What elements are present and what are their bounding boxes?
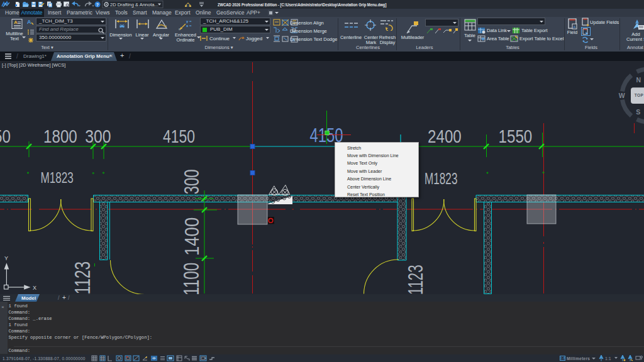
svg-text:2D Drafting & Annota...: 2D Drafting & Annota... (110, 2, 158, 8)
svg-text:o: o (179, 27, 180, 30)
svg-text:1400: 1400 (180, 217, 203, 256)
svg-text:1:1: 1:1 (605, 356, 611, 361)
svg-text:11123: 11123 (69, 261, 95, 294)
svg-text:Continue: Continue (209, 36, 230, 41)
svg-text:4150: 4150 (163, 126, 195, 146)
svg-text:M1823: M1823 (41, 169, 74, 186)
svg-text:11123: 11123 (404, 265, 427, 294)
svg-text:1100: 1100 (178, 263, 204, 294)
svg-text:1550: 1550 (499, 126, 533, 147)
svg-text:A: A (27, 19, 31, 25)
svg-text:S: S (636, 108, 640, 116)
svg-text:Jogged: Jogged (246, 36, 262, 41)
svg-text:1800: 1800 (43, 126, 77, 147)
svg-text:Y: Y (4, 255, 8, 261)
svg-text:N: N (636, 76, 641, 84)
svg-text:W: W (619, 92, 625, 99)
svg-text:300: 300 (85, 126, 111, 147)
svg-text:?: ? (96, 3, 99, 7)
svg-text:TOP: TOP (635, 93, 644, 97)
svg-text:300: 300 (180, 169, 203, 194)
svg-text:y =: y = (186, 19, 192, 23)
svg-text:50: 50 (0, 126, 11, 147)
svg-text:x =: x = (186, 24, 192, 28)
svg-text:X: X (33, 285, 36, 291)
svg-text:A: A (14, 19, 18, 25)
svg-text:A: A (574, 25, 576, 29)
svg-text:M1823: M1823 (425, 169, 457, 188)
svg-text:2400: 2400 (428, 126, 462, 147)
svg-text:[-] [Top] [2D Wireframe] [WCS]: [-] [Top] [2D Wireframe] [WCS] (2, 62, 65, 68)
